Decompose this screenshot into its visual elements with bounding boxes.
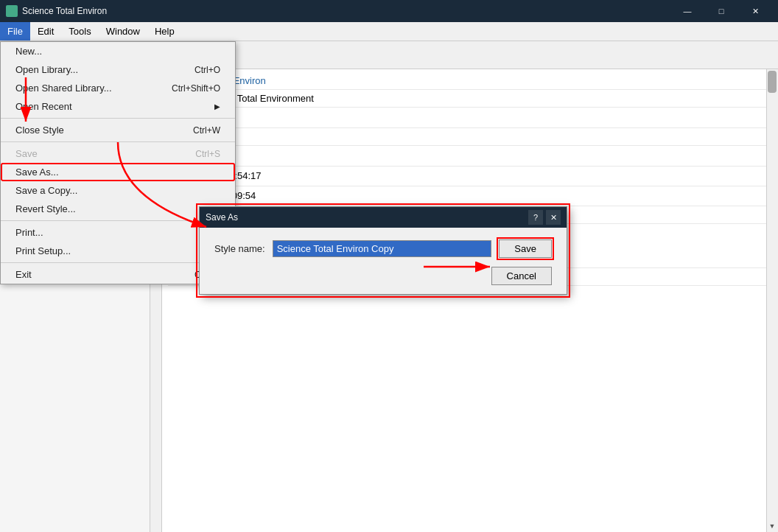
dialog-save-button[interactable]: Save: [499, 239, 552, 258]
dialog-title: Save As: [206, 212, 238, 223]
dialog-help-button[interactable]: ?: [528, 210, 543, 225]
dialog-cancel-row: Cancel: [214, 267, 552, 285]
dialog-content: Style name: Save Cancel: [200, 228, 567, 294]
dialog-titlebar: Save As ? ✕: [200, 207, 567, 228]
dialog-style-label: Style name:: [214, 243, 265, 254]
dialog-titlebar-controls: ? ✕: [528, 210, 561, 225]
dialog-style-input[interactable]: [273, 240, 492, 257]
dialog-style-row: Style name: Save: [214, 239, 552, 258]
dialog-close-button[interactable]: ✕: [546, 210, 561, 225]
dialog-overlay: Save As ? ✕ Style name: Save Cancel: [0, 0, 778, 532]
save-as-dialog: Save As ? ✕ Style name: Save Cancel: [199, 206, 567, 295]
dialog-cancel-button[interactable]: Cancel: [491, 267, 552, 285]
